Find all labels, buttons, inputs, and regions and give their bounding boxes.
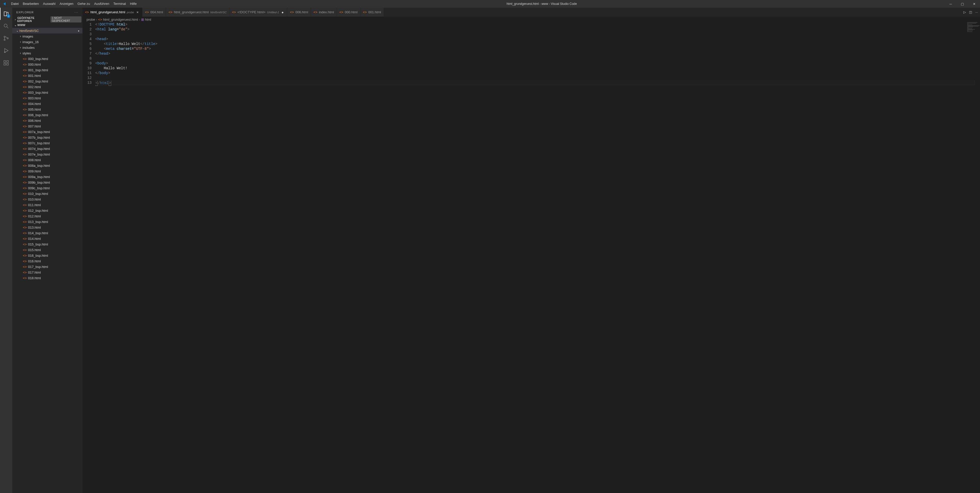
menu-item[interactable]: Terminal — [111, 0, 128, 8]
code-editor[interactable]: 12345678910111213 <!DOCTYPE html> <html … — [83, 22, 980, 493]
file-item[interactable]: <>017_bsp.html — [12, 264, 83, 270]
html-file-icon: <> — [22, 119, 27, 123]
html-file-icon: <> — [22, 68, 27, 72]
folder-root-header[interactable]: ⌄ www — [12, 22, 83, 28]
menu-item[interactable]: Anzeigen — [57, 0, 75, 8]
search-icon[interactable] — [0, 20, 12, 32]
file-item[interactable]: <>006_bsp.html — [12, 112, 83, 118]
sidebar-more-icon[interactable]: ··· — [75, 11, 78, 14]
file-item[interactable]: <>007d_bsp.html — [12, 146, 83, 152]
html-file-icon: <> — [290, 10, 294, 14]
explorer-icon[interactable]: 1 — [0, 8, 12, 20]
extensions-icon[interactable] — [0, 57, 12, 69]
file-item[interactable]: <>014.html — [12, 236, 83, 241]
file-item[interactable]: <>009.html — [12, 168, 83, 174]
menu-item[interactable]: Auswahl — [41, 0, 57, 8]
source-control-icon[interactable] — [0, 32, 12, 45]
explorer-badge: 1 — [7, 14, 10, 18]
editor-tab[interactable]: <>006.html — [288, 8, 311, 17]
close-tab-icon[interactable]: × — [135, 10, 140, 14]
file-item[interactable]: <>003_bsp.html — [12, 90, 83, 95]
file-item[interactable]: <>007.html — [12, 123, 83, 129]
svg-point-2 — [4, 36, 5, 38]
file-item[interactable]: <>007e_bsp.html — [12, 152, 83, 157]
html-file-icon: <> — [22, 136, 27, 139]
file-item[interactable]: <>012_bsp.html — [12, 208, 83, 213]
file-item[interactable]: <>013_bsp.html — [12, 219, 83, 225]
breadcrumb-symbol[interactable]: html — [145, 18, 151, 21]
file-item[interactable]: <>008.html — [12, 157, 83, 163]
file-item[interactable]: <>000.html — [12, 62, 83, 67]
menu-item[interactable]: Ausführen — [92, 0, 111, 8]
file-item[interactable]: <>000_bsp.html — [12, 56, 83, 62]
html-file-icon: <> — [22, 74, 27, 78]
editor-tab[interactable]: <>html_grundgeruest.htmlprobe× — [83, 8, 142, 17]
maximize-button[interactable]: ▢ — [956, 0, 968, 8]
file-item[interactable]: <>005.html — [12, 107, 83, 112]
folder-item[interactable]: ⌄ html5mitVSC ● — [12, 28, 83, 34]
menu-item[interactable]: Bearbeiten — [21, 0, 41, 8]
file-item[interactable]: <>015_bsp.html — [12, 241, 83, 247]
minimize-button[interactable]: ─ — [945, 0, 956, 8]
file-item[interactable]: <>004.html — [12, 101, 83, 107]
html-file-icon: <> — [22, 153, 27, 156]
html-file-icon: <> — [22, 85, 27, 89]
html-file-icon: <> — [22, 259, 27, 263]
breadcrumb-item[interactable]: probe — [86, 18, 95, 21]
editor-tab[interactable]: <>000.html — [337, 8, 360, 17]
line-gutter: 12345678910111213 — [83, 22, 95, 493]
file-item[interactable]: <>003.html — [12, 95, 83, 101]
html-file-icon: <> — [22, 96, 27, 100]
breadcrumbs[interactable]: probe › <> html_grundgeruest.html › ⊞ ht… — [83, 17, 980, 22]
html-file-icon: <> — [22, 130, 27, 134]
editor-tab[interactable]: <><!DOCTYPE html>Untitled-1● — [229, 8, 288, 17]
menu-item[interactable]: Datei — [9, 0, 21, 8]
file-item[interactable]: <>013.html — [12, 225, 83, 230]
html-file-icon: <> — [22, 254, 27, 257]
file-item[interactable]: <>007a_bsp.html — [12, 129, 83, 135]
file-item[interactable]: <>007c_bsp.html — [12, 140, 83, 146]
menu-item[interactable]: Gehe zu — [76, 0, 92, 8]
file-item[interactable]: <>006.html — [12, 118, 83, 123]
file-item[interactable]: <>016_bsp.html — [12, 253, 83, 258]
close-button[interactable]: ✕ — [968, 0, 980, 8]
file-item[interactable]: <>011.html — [12, 202, 83, 208]
folder-item[interactable]: ›images_16 — [12, 39, 83, 45]
file-item[interactable]: <>007b_bsp.html — [12, 135, 83, 140]
file-item[interactable]: <>018.html — [12, 275, 83, 281]
open-editors-header[interactable]: › GEÖFFNETE EDITOREN 1 NICHT GESPEICHERT — [12, 17, 83, 22]
file-item[interactable]: <>010_bsp.html — [12, 191, 83, 196]
file-item[interactable]: <>017.html — [12, 270, 83, 275]
run-debug-icon[interactable] — [0, 45, 12, 57]
more-actions-icon[interactable]: ··· — [975, 10, 978, 14]
file-item[interactable]: <>016.html — [12, 258, 83, 264]
folder-item[interactable]: ›styles — [12, 50, 83, 56]
file-item[interactable]: <>009a_bsp.html — [12, 174, 83, 180]
folder-item[interactable]: ›images — [12, 34, 83, 39]
editor-tab[interactable]: <>001.html — [360, 8, 384, 17]
file-item[interactable]: <>014_bsp.html — [12, 230, 83, 236]
file-item[interactable]: <>002_bsp.html — [12, 78, 83, 84]
editor-tab[interactable]: <>index.html — [311, 8, 337, 17]
file-item[interactable]: <>010.html — [12, 196, 83, 202]
file-item[interactable]: <>008a_bsp.html — [12, 163, 83, 168]
menu-item[interactable]: Hilfe — [128, 0, 138, 8]
file-item[interactable]: <>001_bsp.html — [12, 67, 83, 73]
run-icon[interactable]: ▷ — [963, 10, 966, 14]
svg-point-5 — [4, 52, 5, 53]
file-item[interactable]: <>002.html — [12, 84, 83, 90]
split-editor-icon[interactable]: ◫ — [969, 10, 972, 14]
editor-tab[interactable]: <>004.html — [142, 8, 166, 17]
editor-tab[interactable]: <>html_grundgeruest.htmlhtml5mitVSC — [166, 8, 229, 17]
svg-point-4 — [7, 38, 8, 39]
file-item[interactable]: <>001.html — [12, 73, 83, 78]
html-file-icon: <> — [22, 164, 27, 168]
file-item[interactable]: <>015.html — [12, 247, 83, 253]
html-file-icon: <> — [22, 124, 27, 128]
breadcrumb-item[interactable]: html_grundgeruest.html — [103, 18, 138, 21]
file-item[interactable]: <>009c_bsp.html — [12, 185, 83, 191]
file-item[interactable]: <>012.html — [12, 213, 83, 219]
folder-item[interactable]: ›includes — [12, 45, 83, 50]
file-item[interactable]: <>009b_bsp.html — [12, 180, 83, 185]
html-file-icon: <> — [85, 10, 89, 14]
